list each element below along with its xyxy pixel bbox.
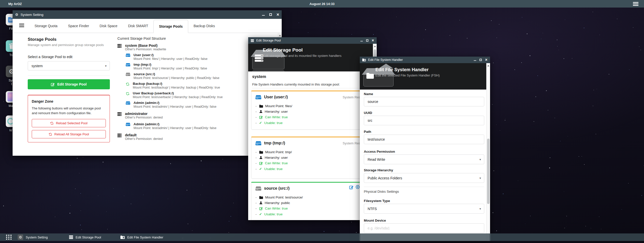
edit-icon (259, 207, 263, 210)
access-permission-select[interactable]: Read Write ▾ (364, 154, 484, 164)
user-icon (259, 201, 263, 205)
storage-pool-select[interactable]: system ▾ (28, 61, 110, 70)
disk-icon (126, 123, 130, 130)
maximize-button[interactable] (480, 59, 482, 61)
check-icon: ✓ (259, 167, 262, 171)
scroll-up-icon[interactable] (487, 65, 489, 66)
path-field[interactable] (364, 135, 484, 144)
storage-hierarchy-select[interactable]: Public Access Folders ▾ (364, 173, 484, 183)
reload-selected-pool-button[interactable]: Reload Selected Pool (32, 119, 106, 127)
check-icon: ✓ (259, 121, 262, 125)
filesystem-type-label: Filesystem Type (364, 199, 390, 203)
edit-storage-pool-titlebar[interactable]: Edit Storage Pool × (248, 37, 377, 44)
mount-device-field[interactable] (364, 223, 484, 233)
tab-disk-space[interactable]: Disk Space (94, 19, 123, 33)
disk-icon (126, 54, 130, 61)
edit-icon (51, 83, 55, 86)
refresh-icon (49, 133, 52, 136)
uuid-field[interactable] (364, 116, 484, 125)
maximize-button[interactable] (366, 39, 369, 42)
folder-icon (259, 105, 263, 108)
mounted-handlers-label: File System Handlers currently mounted i… (252, 83, 340, 86)
list-icon (69, 235, 73, 239)
fsh-card-source: source (src:/) Mount Point: test/source/… (251, 182, 372, 220)
module-title: Edit Storage Pool (263, 47, 303, 53)
divider (28, 75, 110, 76)
disk-icon (126, 73, 130, 80)
danger-zone-title: Danger Zone (32, 99, 106, 103)
scroll-up-icon[interactable] (279, 35, 281, 36)
folder-icon (366, 73, 374, 79)
user-icon (259, 156, 263, 159)
fsh-scrollbar[interactable] (486, 63, 490, 241)
sync-icon (126, 92, 130, 99)
hamburger-icon[interactable] (633, 2, 638, 7)
taskbar-item-edit-fsh[interactable]: Edit File System Handler (120, 233, 163, 241)
divider (364, 187, 484, 187)
page-title: Storage Pools (28, 37, 110, 42)
edit-fsh-titlebar[interactable]: Edit File System Handler × (360, 57, 490, 63)
app-grid-icon[interactable] (6, 235, 12, 240)
minimize-button[interactable] (262, 15, 265, 16)
menu-icon[interactable] (19, 24, 24, 28)
name-label: Name (364, 92, 373, 96)
module-subtitle: Edit the selected File System Handler (F… (375, 73, 440, 77)
fsh-card-user: User (user:/) System Res Mount Point: fi… (251, 91, 372, 130)
tab-backup-disks[interactable]: Backup Disks (188, 19, 220, 33)
folder-doc-icon (362, 58, 366, 61)
system-reserved-badge: System Res (343, 95, 360, 99)
gear-icon: ⚙ (15, 13, 18, 17)
close-button[interactable]: × (276, 12, 279, 17)
window-title: System Setting (21, 13, 44, 17)
taskbar-item-system-setting[interactable]: ⚙ System Setting (18, 233, 48, 241)
edit-icon (259, 115, 263, 119)
refresh-icon (50, 121, 54, 125)
tab-storage-pools[interactable]: Storage Pools (153, 20, 188, 33)
divider (252, 88, 372, 88)
system-setting-titlebar[interactable]: ⚙ System Setting × (13, 10, 282, 19)
disk-icon (126, 101, 130, 109)
mount-device-label: Mount Device (364, 219, 386, 222)
check-icon: ✓ (259, 212, 262, 216)
scrollbar-thumb[interactable] (487, 139, 490, 204)
name-field[interactable] (364, 97, 484, 106)
tab-storage-quota[interactable]: Storage Quota (29, 19, 63, 33)
edit-fsh-button[interactable] (349, 185, 353, 189)
reload-all-pool-button[interactable]: Reload All Storage Pool (32, 130, 106, 138)
access-permission-label: Access Permission (364, 150, 395, 153)
server-icon (117, 44, 122, 51)
folder-icon (259, 151, 263, 154)
server-icon (255, 54, 263, 62)
close-button[interactable]: × (485, 58, 488, 62)
module-subtitle: Edit storage pool and its mounted file s… (263, 54, 341, 58)
folder-icon (259, 196, 263, 199)
scroll-up-icon[interactable] (374, 46, 376, 47)
tab-space-finder[interactable]: Space Finder (63, 19, 94, 33)
minimize-button[interactable] (474, 60, 476, 61)
danger-zone: Danger Zone The following buttons will u… (28, 95, 110, 142)
unmount-fsh-button[interactable] (356, 185, 360, 189)
taskbar-item-edit-storage-pool[interactable]: Edit Storage Pool (69, 233, 101, 241)
minimize-button[interactable] (361, 41, 363, 42)
system-reserved-badge: System Res (343, 141, 360, 145)
storage-hierarchy-label: Storage Hierarchy (364, 168, 393, 172)
sync-icon (126, 82, 130, 90)
module-header: Edit File System Handler Edit the select… (360, 63, 490, 90)
select-pool-label: Select a Storage Pool to edit (28, 55, 110, 59)
tab-disk-smart[interactable]: Disk SMART (123, 19, 153, 33)
page-subtitle: Manage system and permission group stora… (28, 43, 110, 47)
maximize-button[interactable] (269, 13, 272, 16)
path-label: Path (364, 130, 371, 134)
window-title: Edit File System Handler (368, 58, 403, 62)
chevron-down-icon: ▾ (479, 158, 481, 161)
gear-icon: ⚙ (18, 234, 23, 240)
filesystem-type-select[interactable]: NTFS ▾ (364, 204, 484, 214)
edit-storage-pool-button[interactable]: Edit Storage Pool (28, 79, 110, 89)
module-header: Edit Storage Pool Edit storage pool and … (248, 44, 377, 71)
disk-icon (255, 186, 261, 191)
storage-pools-panel: Storage Pools Manage system and permissi… (28, 37, 110, 142)
list-icon (251, 39, 254, 42)
close-button[interactable]: × (372, 38, 374, 43)
server-icon (117, 112, 122, 119)
top-menubar: My ArOZ August 26 14:33 (0, 0, 644, 8)
